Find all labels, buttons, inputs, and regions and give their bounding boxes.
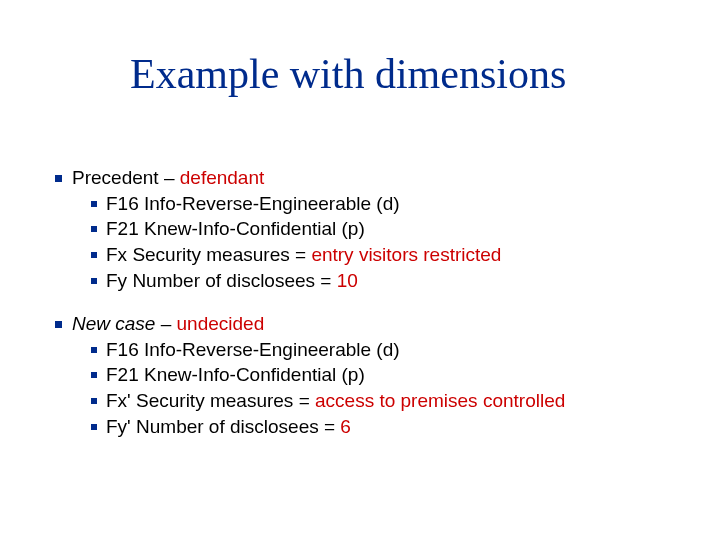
item-text: F21 Knew-Info-Confidential (p) <box>106 216 365 242</box>
item-value: entry visitors restricted <box>311 244 501 265</box>
newcase-heading-row: New case – undecided <box>55 311 680 337</box>
item-value: 6 <box>340 416 351 437</box>
item-pre: Fy Number of disclosees = <box>106 270 337 291</box>
list-item: F16 Info-Reverse-Engineerable (d) <box>91 337 680 363</box>
bullet-icon <box>91 372 97 378</box>
item-pre: Fx Security measures = <box>106 244 311 265</box>
newcase-sep: – <box>155 313 176 334</box>
newcase-heading: New case – undecided <box>72 311 264 337</box>
list-item: F21 Knew-Info-Confidential (p) <box>91 216 680 242</box>
precedent-outcome: defendant <box>180 167 265 188</box>
list-item: F16 Info-Reverse-Engineerable (d) <box>91 191 680 217</box>
newcase-items: F16 Info-Reverse-Engineerable (d) F21 Kn… <box>91 337 680 440</box>
bullet-icon <box>91 398 97 404</box>
precedent-block: Precedent – defendant F16 Info-Reverse-E… <box>55 165 680 293</box>
bullet-icon <box>55 175 62 182</box>
item-text: Fx' Security measures = access to premis… <box>106 388 565 414</box>
bullet-icon <box>91 278 97 284</box>
item-value: 10 <box>337 270 358 291</box>
item-text: Fy Number of disclosees = 10 <box>106 268 358 294</box>
item-pre: Fy' Number of disclosees = <box>106 416 340 437</box>
bullet-icon <box>91 347 97 353</box>
list-item: Fx' Security measures = access to premis… <box>91 388 680 414</box>
newcase-block: New case – undecided F16 Info-Reverse-En… <box>55 311 680 439</box>
newcase-outcome: undecided <box>177 313 265 334</box>
bullet-icon <box>91 252 97 258</box>
item-text: Fx Security measures = entry visitors re… <box>106 242 501 268</box>
precedent-items: F16 Info-Reverse-Engineerable (d) F21 Kn… <box>91 191 680 294</box>
bullet-icon <box>91 424 97 430</box>
newcase-heading-text: New case <box>72 313 155 334</box>
list-item: F21 Knew-Info-Confidential (p) <box>91 362 680 388</box>
bullet-icon <box>55 321 62 328</box>
item-text: F21 Knew-Info-Confidential (p) <box>106 362 365 388</box>
item-text: F16 Info-Reverse-Engineerable (d) <box>106 191 400 217</box>
precedent-heading-text: Precedent – <box>72 167 180 188</box>
item-value: access to premises controlled <box>315 390 565 411</box>
bullet-icon <box>91 226 97 232</box>
precedent-heading: Precedent – defendant <box>72 165 264 191</box>
slide-title: Example with dimensions <box>130 50 670 98</box>
item-text: Fy' Number of disclosees = 6 <box>106 414 351 440</box>
list-item: Fy' Number of disclosees = 6 <box>91 414 680 440</box>
precedent-heading-row: Precedent – defendant <box>55 165 680 191</box>
bullet-icon <box>91 201 97 207</box>
item-text: F16 Info-Reverse-Engineerable (d) <box>106 337 400 363</box>
slide: Example with dimensions Precedent – defe… <box>0 0 720 540</box>
list-item: Fx Security measures = entry visitors re… <box>91 242 680 268</box>
list-item: Fy Number of disclosees = 10 <box>91 268 680 294</box>
item-pre: Fx' Security measures = <box>106 390 315 411</box>
slide-body: Precedent – defendant F16 Info-Reverse-E… <box>55 165 680 457</box>
